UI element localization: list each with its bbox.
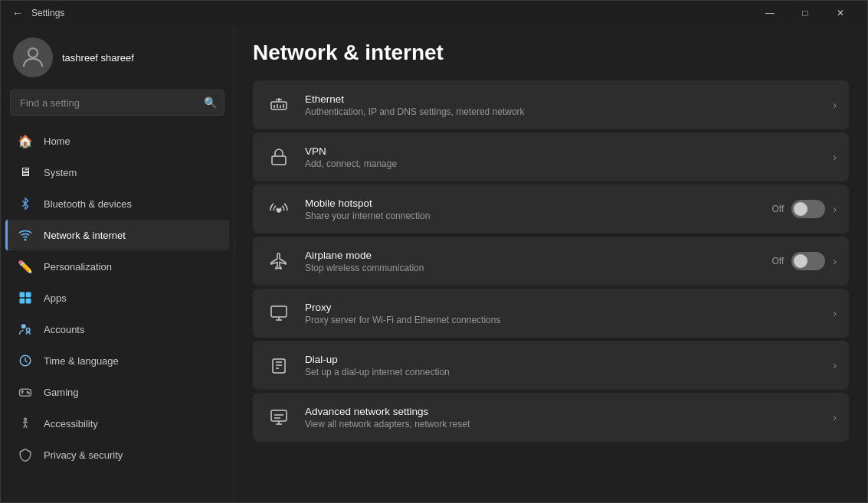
- back-button[interactable]: ←: [10, 5, 25, 21]
- advanced-icon: [265, 403, 293, 431]
- dialup-icon: [265, 351, 293, 379]
- apps-icon: [18, 290, 33, 305]
- chevron-right-icon: ›: [833, 359, 837, 371]
- svg-rect-27: [272, 156, 286, 165]
- chevron-right-icon: ›: [833, 255, 837, 267]
- hotspot-right: Off ›: [772, 200, 837, 218]
- sidebar-item-label: Privacy & security: [44, 449, 123, 461]
- svg-point-6: [21, 324, 26, 328]
- svg-line-19: [25, 425, 27, 429]
- svg-rect-2: [20, 292, 25, 298]
- hotspot-item[interactable]: Mobile hotspot Share your internet conne…: [253, 185, 849, 234]
- hotspot-toggle-label: Off: [772, 204, 784, 214]
- hotspot-title: Mobile hotspot: [305, 198, 760, 209]
- content-area: tashreef shareef 🔍 🏠 Home 🖥 System: [1, 25, 867, 502]
- dialup-item[interactable]: Dial-up Set up a dial-up internet connec…: [253, 341, 849, 390]
- airplane-toggle[interactable]: [791, 252, 825, 270]
- dialup-title: Dial-up: [305, 354, 821, 365]
- bluetooth-icon: [18, 196, 33, 211]
- airplane-right: Off ›: [772, 252, 837, 270]
- ethernet-title: Ethernet: [305, 93, 821, 105]
- close-button[interactable]: ✕: [823, 1, 858, 25]
- sidebar-item-label: Home: [44, 136, 70, 147]
- minimize-button[interactable]: —: [752, 1, 788, 25]
- sidebar-item-label: Accessibility: [44, 418, 98, 430]
- airplane-text: Airplane mode Stop wireless communicatio…: [305, 250, 760, 273]
- sidebar-item-label: Apps: [44, 292, 67, 304]
- sidebar-item-label: Gaming: [44, 387, 79, 398]
- chevron-right-icon: ›: [833, 151, 837, 163]
- svg-point-1: [25, 239, 26, 240]
- dialup-desc: Set up a dial-up internet connection: [305, 367, 821, 377]
- sidebar-item-privacy[interactable]: Privacy & security: [5, 439, 229, 470]
- dialup-right: ›: [833, 359, 837, 371]
- search-input[interactable]: [10, 90, 224, 116]
- svg-rect-29: [271, 306, 287, 317]
- page-title: Network & internet: [253, 41, 849, 65]
- sidebar-item-label: Bluetooth & devices: [44, 198, 132, 210]
- sidebar-item-label: Accounts: [44, 324, 84, 335]
- airplane-desc: Stop wireless communication: [305, 263, 760, 273]
- svg-rect-32: [273, 359, 285, 373]
- vpn-item[interactable]: VPN Add, connect, manage ›: [253, 132, 849, 181]
- system-icon: 🖥: [18, 165, 33, 180]
- ethernet-desc: Authentication, IP and DNS settings, met…: [305, 106, 821, 117]
- ethernet-item[interactable]: Ethernet Authentication, IP and DNS sett…: [253, 80, 849, 129]
- proxy-item[interactable]: Proxy Proxy server for Wi-Fi and Etherne…: [253, 289, 849, 338]
- sidebar-item-label: Personalization: [44, 261, 112, 273]
- user-section[interactable]: tashreef shareef: [1, 25, 234, 87]
- sidebar-item-gaming[interactable]: Gaming: [5, 377, 229, 407]
- svg-rect-3: [26, 292, 31, 298]
- sidebar-item-network[interactable]: Network & internet: [5, 220, 229, 250]
- chevron-right-icon: ›: [833, 99, 837, 111]
- network-icon: [18, 227, 33, 243]
- svg-rect-5: [26, 299, 31, 304]
- gaming-icon: [18, 384, 33, 400]
- sidebar-item-label: Time & language: [44, 355, 119, 367]
- airplane-item[interactable]: Airplane mode Stop wireless communicatio…: [253, 237, 849, 286]
- advanced-item[interactable]: Advanced network settings View all netwo…: [253, 393, 849, 442]
- hotspot-toggle[interactable]: [791, 200, 825, 218]
- personalization-icon: ✏️: [18, 259, 33, 274]
- sidebar-item-personalization[interactable]: ✏️ Personalization: [5, 251, 229, 282]
- airplane-toggle-label: Off: [772, 256, 784, 266]
- maximize-button[interactable]: □: [788, 1, 823, 25]
- vpn-text: VPN Add, connect, manage: [305, 145, 821, 169]
- settings-list: Ethernet Authentication, IP and DNS sett…: [253, 80, 849, 442]
- advanced-desc: View all network adapters, network reset: [305, 419, 821, 430]
- hotspot-text: Mobile hotspot Share your internet conne…: [305, 198, 760, 221]
- sidebar: tashreef shareef 🔍 🏠 Home 🖥 System: [1, 25, 234, 502]
- avatar: [13, 38, 53, 77]
- accounts-icon: [18, 322, 33, 337]
- dialup-text: Dial-up Set up a dial-up internet connec…: [305, 354, 821, 377]
- vpn-desc: Add, connect, manage: [305, 158, 821, 169]
- sidebar-item-label: Network & internet: [44, 230, 126, 241]
- hotspot-icon: [265, 195, 293, 223]
- svg-point-7: [27, 328, 31, 332]
- settings-window: ← Settings — □ ✕ tashreef shareef: [0, 0, 868, 503]
- sidebar-item-apps[interactable]: Apps: [5, 283, 229, 313]
- proxy-desc: Proxy server for Wi-Fi and Ethernet conn…: [305, 315, 821, 325]
- airplane-icon: [265, 247, 293, 275]
- ethernet-right: ›: [833, 99, 837, 111]
- sidebar-item-bluetooth[interactable]: Bluetooth & devices: [5, 188, 229, 219]
- search-box: 🔍: [10, 90, 224, 116]
- svg-point-15: [25, 418, 27, 420]
- home-icon: 🏠: [18, 133, 33, 149]
- sidebar-item-system[interactable]: 🖥 System: [5, 157, 229, 188]
- sidebar-item-accounts[interactable]: Accounts: [5, 314, 229, 345]
- ethernet-text: Ethernet Authentication, IP and DNS sett…: [305, 93, 821, 117]
- main-content: Network & internet: [234, 25, 867, 502]
- svg-point-14: [28, 393, 30, 394]
- advanced-right: ›: [833, 411, 837, 423]
- ethernet-icon: [265, 91, 293, 119]
- sidebar-item-home[interactable]: 🏠 Home: [5, 126, 229, 156]
- accessibility-icon: [18, 416, 33, 431]
- proxy-icon: [265, 299, 293, 327]
- sidebar-item-time[interactable]: Time & language: [5, 345, 229, 376]
- sidebar-nav: 🏠 Home 🖥 System Bluetooth & devices: [1, 125, 234, 471]
- chevron-right-icon: ›: [833, 307, 837, 319]
- sidebar-item-accessibility[interactable]: Accessibility: [5, 408, 229, 439]
- time-icon: [18, 353, 33, 368]
- sidebar-item-label: System: [44, 167, 77, 178]
